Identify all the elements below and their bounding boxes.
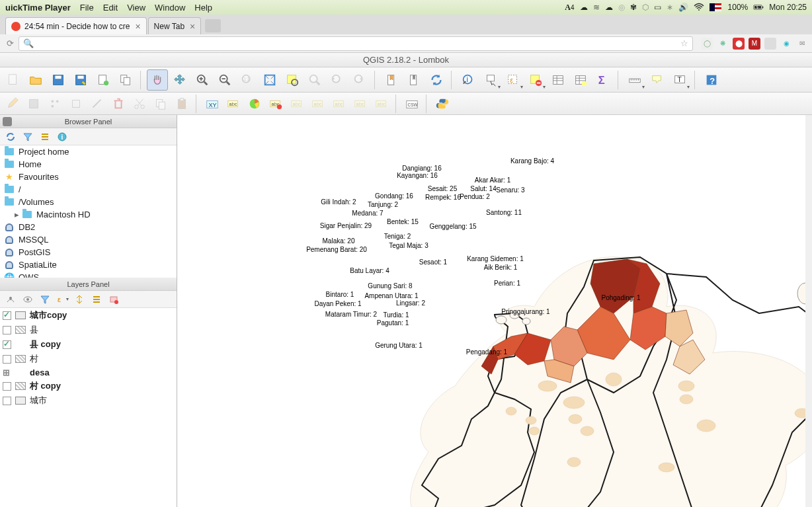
flag-icon[interactable] <box>710 3 723 11</box>
ext-grey-icon[interactable] <box>764 38 776 50</box>
zoom-to-selection-button[interactable] <box>282 69 303 91</box>
add-feature-button[interactable] <box>45 95 65 113</box>
wechat-icon[interactable]: ✾ <box>630 3 637 12</box>
save-as-button[interactable] <box>70 69 91 91</box>
zoom-in-button[interactable] <box>192 69 213 91</box>
statistics-button[interactable]: Σ <box>592 69 614 91</box>
browser-tab-1[interactable]: 24:54 min - Decide how to cre × <box>5 17 147 34</box>
close-icon[interactable]: × <box>135 21 140 32</box>
refresh-button[interactable] <box>426 69 447 91</box>
show-bookmarks-button[interactable] <box>403 69 425 91</box>
layer-checkbox[interactable] <box>3 340 11 349</box>
zoom-to-layer-button[interactable] <box>304 69 325 91</box>
volume-icon[interactable]: 🔊 <box>678 3 688 12</box>
browser-tab-2[interactable]: New Tab × <box>148 17 202 34</box>
identify-button[interactable]: i <box>458 69 479 91</box>
collapse-layers-button[interactable] <box>89 292 104 307</box>
composer-manager-button[interactable] <box>115 69 136 91</box>
ext-mail-icon[interactable]: ✉ <box>796 38 808 50</box>
ext-grammarly-icon[interactable]: ◉ <box>780 38 792 50</box>
layer-expression-button[interactable]: ε▾ <box>54 292 70 307</box>
layer-checkbox[interactable] <box>3 382 11 391</box>
wifi-icon[interactable] <box>694 2 704 13</box>
new-tab-button[interactable] <box>205 19 221 32</box>
ext-shield-icon[interactable]: ◯ <box>701 38 713 50</box>
browser-item[interactable]: ▸Macintosh HD <box>0 208 177 221</box>
zoom-next-button[interactable] <box>349 69 370 91</box>
pin-label-button[interactable]: abc <box>287 95 307 113</box>
zoom-out-button[interactable] <box>214 69 235 91</box>
layer-visibility-button[interactable] <box>20 292 36 307</box>
layer-checkbox[interactable] <box>3 311 11 320</box>
scrollbar-vertical[interactable] <box>805 115 812 507</box>
browser-item[interactable]: 🌐OWS <box>0 271 177 278</box>
save-button[interactable] <box>48 69 69 91</box>
collapse-all-button[interactable] <box>37 130 53 144</box>
browser-item[interactable]: PostGIS <box>0 246 177 258</box>
csw-button[interactable]: CSW <box>402 95 422 113</box>
delete-selected-button[interactable] <box>108 95 128 113</box>
change-label-button[interactable]: abc <box>372 95 391 113</box>
bluetooth-icon[interactable]: ∗ <box>667 3 673 12</box>
layer-item[interactable]: 村 copy <box>0 379 177 393</box>
clock[interactable]: Mon 20:25 <box>769 3 807 12</box>
layers-tree[interactable]: 城市copy县县 copy村⊞desa村 copy城市 <box>0 308 177 507</box>
zoom-last-button[interactable] <box>327 69 348 91</box>
browser-item[interactable]: /Volumes <box>0 196 177 208</box>
ext-red-icon[interactable]: ⬤ <box>733 38 745 50</box>
layer-checkbox[interactable] <box>3 397 11 405</box>
show-label-button[interactable]: abc <box>308 95 328 113</box>
save-edits-button[interactable] <box>24 95 44 113</box>
browser-item[interactable]: MSSQL <box>0 233 177 246</box>
ext-evernote-icon[interactable]: ❋ <box>717 38 729 50</box>
collapse-icon[interactable] <box>3 117 12 126</box>
attribute-table-button[interactable] <box>548 69 569 91</box>
url-input[interactable] <box>38 38 680 48</box>
python-console-button[interactable] <box>432 95 452 113</box>
map-canvas[interactable]: Karang Bajo: 4Dangiang: 16Kayangan: 16Ak… <box>177 115 812 507</box>
browser-item[interactable]: / <box>0 183 177 196</box>
status-icon[interactable]: ◎ <box>618 3 625 12</box>
menu-file[interactable]: File <box>80 3 94 13</box>
layer-item[interactable]: ⊞desa <box>0 366 177 379</box>
pan-to-selection-button[interactable] <box>169 69 190 91</box>
ext-mendeley-icon[interactable]: M <box>749 38 760 50</box>
omnibox[interactable]: 🔍 ☆ <box>19 36 693 51</box>
xy-label-button[interactable]: XY <box>202 95 222 113</box>
browser-item[interactable]: Home <box>0 158 177 171</box>
node-tool-button[interactable] <box>87 95 107 113</box>
measure-button[interactable]: ▾ <box>624 69 645 91</box>
browser-item[interactable]: SpatiaLite <box>0 258 177 271</box>
menu-edit[interactable]: Edit <box>103 3 118 13</box>
adobe-icon[interactable]: A4 <box>565 3 574 13</box>
layer-filter-button[interactable] <box>37 292 53 307</box>
zoom-native-button[interactable]: 1:1 <box>237 69 258 91</box>
text-annotation-button[interactable]: T▾ <box>669 69 690 91</box>
rotate-label-button[interactable]: abc <box>350 95 370 113</box>
new-composer-button[interactable] <box>93 69 114 91</box>
pan-button[interactable] <box>147 69 168 91</box>
layer-item[interactable]: 村 <box>0 352 177 366</box>
deselect-button[interactable]: ▾ <box>525 69 546 91</box>
select-by-expression-button[interactable]: ε▾ <box>503 69 524 91</box>
reload-icon[interactable]: ⟳ <box>4 38 16 50</box>
zoom-full-button[interactable] <box>259 69 280 91</box>
layer-checkbox[interactable] <box>3 355 11 364</box>
toggle-editing-button[interactable] <box>3 95 22 113</box>
cloud-icon[interactable]: ☁ <box>580 3 588 12</box>
display-icon[interactable]: ▭ <box>654 3 661 12</box>
diagram-button[interactable] <box>245 95 264 113</box>
browser-item[interactable]: ★Favourites <box>0 171 177 183</box>
open-project-button[interactable] <box>25 69 46 91</box>
layer-item[interactable]: 城市 <box>0 393 177 408</box>
browser-item[interactable]: Project home <box>0 145 177 158</box>
select-features-button[interactable]: ▾ <box>480 69 501 91</box>
properties-button[interactable]: i <box>54 130 70 144</box>
layer-item[interactable]: 城市copy <box>0 308 177 323</box>
layer-checkbox[interactable] <box>3 326 11 334</box>
move-label-button[interactable]: abc <box>329 95 349 113</box>
evernote-icon[interactable]: ≋ <box>593 3 600 12</box>
menu-help[interactable]: Help <box>194 3 212 13</box>
layer-item[interactable]: 县 copy <box>0 337 177 352</box>
highlight-label-button[interactable]: abc <box>266 95 286 113</box>
